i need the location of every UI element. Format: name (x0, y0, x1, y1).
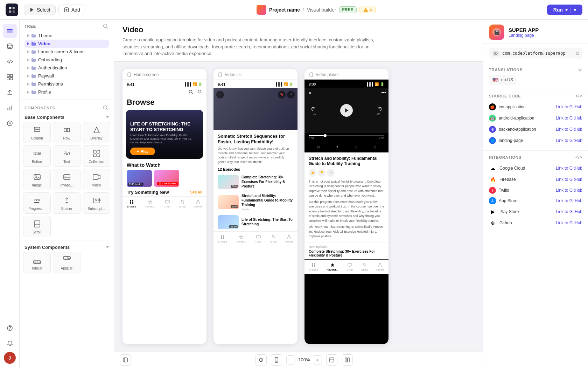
component-image2[interactable]: Image... (53, 169, 80, 190)
vl-more-link[interactable]: MORE (253, 160, 262, 164)
bell-icon[interactable] (197, 89, 202, 95)
tree-item-profile[interactable]: Profile (24, 88, 109, 96)
vp-tab-favorites[interactable]: Favorit... (327, 263, 338, 271)
rail-icon-layers[interactable] (3, 24, 17, 38)
add-button[interactable]: Add (58, 5, 85, 15)
vp-skip-back[interactable]: 10 (312, 106, 318, 115)
run-button[interactable]: Run ▾ (547, 5, 582, 15)
vl-tab-chat[interactable]: Chat (255, 234, 261, 243)
vp-tab-profile[interactable]: Profile (376, 263, 384, 271)
component-progress[interactable]: 77% Progress... (23, 192, 51, 214)
tree-item-theme[interactable]: Theme (24, 32, 109, 40)
base-components-header[interactable]: Base Components (23, 113, 110, 122)
tree-search-icon[interactable] (103, 23, 109, 29)
component-scroll[interactable]: Scroll (23, 216, 51, 237)
rail-icon-chart[interactable] (3, 101, 17, 115)
component-text[interactable]: Aa Text (53, 145, 80, 167)
rail-icon-help[interactable] (3, 321, 17, 335)
component-appbar[interactable]: ◁ A AppBar (53, 252, 80, 273)
toggle-sidebar-btn[interactable] (120, 354, 131, 366)
rail-icon-database[interactable] (3, 39, 17, 53)
vl-episode-1[interactable]: 30:0 Complete Stretching: 30+ Exercises … (214, 173, 298, 191)
components-search-icon[interactable] (103, 105, 109, 111)
vp-progress-bar[interactable] (309, 135, 384, 136)
github-link[interactable]: Link to GitHub (556, 220, 582, 225)
vp-play-btn[interactable] (340, 104, 353, 117)
home-tab-shop[interactable]: Shop (179, 199, 186, 208)
run-dropdown-arrow[interactable]: ▾ (570, 7, 576, 13)
rp-backend-link[interactable]: Link to GitHub (556, 127, 582, 132)
tree-item-video[interactable]: Video (24, 40, 109, 48)
theme-mode-btn[interactable] (255, 354, 267, 366)
see-all-link[interactable]: See all (190, 190, 202, 194)
vp-tag-dislike[interactable]: 👎 (318, 169, 326, 177)
tree-item-paywall[interactable]: Paywall (24, 72, 109, 80)
component-tabbar[interactable]: TabBar (23, 252, 51, 273)
firebase-link[interactable]: Link to GitHub (556, 177, 582, 182)
vp-tag-like[interactable]: 👍 (309, 169, 316, 177)
component-spacer[interactable]: Spacer (53, 192, 80, 214)
tree-item-onboarding[interactable]: Onboarding (24, 56, 109, 64)
vp-subtitle-btn[interactable]: ⊡ (314, 143, 322, 151)
translations-settings-icon[interactable] (578, 67, 582, 72)
vp-tab-chat[interactable]: Chat (347, 263, 353, 271)
component-image[interactable]: Image (23, 169, 51, 190)
home-tab-browse[interactable]: Browse (127, 199, 136, 208)
vp-fullscreen-btn[interactable]: ⊡ (371, 143, 379, 151)
tree-item-launch[interactable]: Launch screen & Icons (24, 48, 109, 56)
rp-landing-link[interactable]: Link to GitHub (556, 138, 582, 143)
appstore-link[interactable]: Link to GitHub (556, 198, 582, 203)
component-button[interactable]: BTN Button (23, 145, 51, 167)
twilio-link[interactable]: Link to GitHub (556, 188, 582, 193)
rp-copy-btn[interactable]: ⧉ (576, 50, 579, 56)
vl-episode-3[interactable]: 28:10 Life of Stretching: The Start To S… (214, 213, 298, 231)
select-button[interactable]: Select (24, 5, 56, 15)
home-thumb-1[interactable]: 19 Episodes (127, 170, 152, 187)
component-video[interactable]: Video (83, 169, 110, 190)
home-tab-profile[interactable]: Profile (194, 199, 202, 208)
gcloud-link[interactable]: Link to GitHub (556, 166, 582, 171)
fit-screen-btn[interactable] (326, 354, 337, 366)
vl-share-btn[interactable]: ↗ (287, 91, 295, 98)
playstore-link[interactable]: Link to GitHub (556, 209, 582, 214)
component-overlay[interactable]: Overlay (83, 122, 110, 143)
component-row[interactable]: Row (53, 122, 80, 143)
vp-tab-shop[interactable]: Shop (361, 263, 368, 271)
vl-tab-browse[interactable]: Browse (218, 234, 227, 243)
home-hero[interactable]: LIFE OF STRETCHING: THE START TO STRETCH… (126, 110, 203, 159)
component-collection[interactable]: Collection (83, 145, 110, 167)
vp-skip-forward[interactable]: 10 (375, 106, 382, 115)
component-subscript[interactable]: SUB Subscript... (83, 192, 110, 214)
vp-airplay-btn[interactable]: ⬆ (333, 143, 341, 151)
home-tab-chat[interactable]: Chat (164, 199, 170, 208)
system-components-header[interactable]: System Components (23, 243, 110, 252)
tree-item-auth[interactable]: Authentication (24, 64, 109, 72)
vp-close-btn[interactable]: ✕ (307, 90, 314, 97)
vp-more-btn[interactable]: ••• (381, 90, 386, 95)
vp-tag-share[interactable]: ↗ (327, 169, 335, 177)
search-icon[interactable] (188, 89, 194, 95)
layout-btn[interactable] (342, 354, 353, 366)
vl-episode-2[interactable]: 30:0 Stretch and Mobility: Fundamental G… (214, 191, 298, 213)
vl-tab-shop[interactable]: Shop (270, 234, 276, 243)
vl-tab-profile[interactable]: Profile (285, 234, 293, 243)
zoom-out-btn[interactable]: − (286, 355, 295, 364)
hero-play-btn[interactable]: Play (130, 148, 155, 155)
component-column[interactable]: Column (23, 122, 51, 143)
rail-icon-circle[interactable] (3, 116, 17, 130)
vp-tab-browse[interactable]: Browse (309, 263, 318, 271)
vl-back-btn[interactable]: ‹ (216, 91, 224, 98)
home-thumb-2[interactable]: 🔴 Live Stream (154, 170, 179, 187)
vp-pip-btn[interactable]: ⊡ (352, 143, 360, 151)
rail-icon-upload[interactable] (3, 86, 17, 100)
rail-icon-code[interactable] (3, 55, 17, 69)
home-tab-favorites[interactable]: Favorit... (145, 199, 156, 208)
rp-ios-link[interactable]: Link to GitHub (556, 104, 582, 109)
device-toggle-btn[interactable] (271, 354, 282, 366)
vl-bookmark-btn[interactable]: 🔖 (278, 91, 286, 98)
user-avatar[interactable]: J (4, 352, 16, 364)
vl-tab-favorites[interactable]: Favorit... (236, 234, 247, 243)
rail-icon-components[interactable] (3, 70, 17, 84)
tree-item-permissions[interactable]: Permissions (24, 80, 109, 88)
rp-android-link[interactable]: Link to GitHub (556, 116, 582, 121)
